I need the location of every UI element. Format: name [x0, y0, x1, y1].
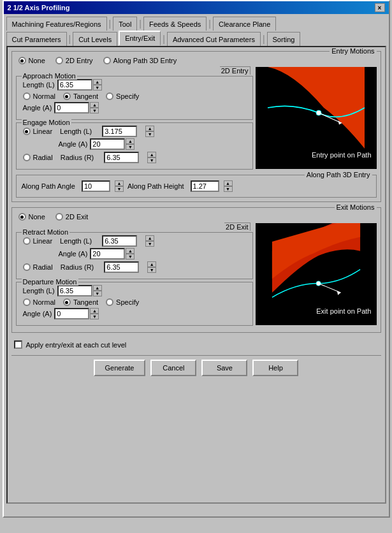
- along-path-height-up[interactable]: ▲: [224, 180, 233, 186]
- retract-angle-input[interactable]: [90, 248, 125, 259]
- engage-length-spinner[interactable]: ▲ ▼: [145, 126, 154, 137]
- retract-angle-down[interactable]: ▼: [126, 254, 134, 259]
- entry-2d-radio-btn[interactable]: [55, 57, 63, 64]
- departure-angle-spinner[interactable]: ▲ ▼: [90, 308, 99, 319]
- departure-angle-down[interactable]: ▼: [90, 314, 99, 319]
- tab-clearance-plane[interactable]: Clearance Plane: [213, 17, 276, 31]
- retract-length-up[interactable]: ▲: [145, 235, 154, 241]
- along-path-angle-input[interactable]: [82, 180, 110, 192]
- departure-length-up[interactable]: ▲: [93, 285, 102, 291]
- departure-length-down[interactable]: ▼: [93, 291, 102, 296]
- exit-none-radio[interactable]: None: [18, 213, 45, 221]
- approach-angle-spinner[interactable]: ▲ ▼: [90, 102, 99, 113]
- departure-specify-btn[interactable]: [106, 298, 113, 306]
- departure-angle-input[interactable]: [54, 308, 89, 319]
- apply-checkbox-label: Apply entry/exit at each cut level: [26, 341, 127, 349]
- along-path-height-down[interactable]: ▼: [224, 186, 233, 192]
- departure-angle-up[interactable]: ▲: [90, 308, 99, 314]
- approach-normal-radio[interactable]: Normal: [23, 92, 55, 100]
- approach-specify-btn[interactable]: [106, 92, 113, 100]
- engage-linear-radio[interactable]: Linear: [23, 128, 53, 135]
- approach-angle-up[interactable]: ▲: [90, 102, 99, 108]
- exit-none-radio-btn[interactable]: [18, 213, 26, 221]
- retract-radius-input[interactable]: [104, 261, 139, 273]
- approach-tangent-btn[interactable]: [63, 92, 71, 100]
- departure-normal-radio[interactable]: Normal: [23, 298, 55, 306]
- retract-angle-up[interactable]: ▲: [126, 248, 134, 254]
- generate-button[interactable]: Generate: [94, 360, 146, 376]
- retract-radius-spinner[interactable]: ▲ ▼: [147, 261, 156, 273]
- departure-normal-btn[interactable]: [23, 298, 31, 306]
- along-path-angle-up[interactable]: ▲: [115, 180, 124, 186]
- retract-radial-radio[interactable]: Radial: [23, 263, 53, 271]
- tab-sorting[interactable]: Sorting: [267, 32, 301, 46]
- engage-radius-up[interactable]: ▲: [147, 152, 156, 157]
- exit-2d-radio-btn[interactable]: [55, 213, 63, 221]
- departure-tangent-radio[interactable]: Tangent: [63, 298, 98, 306]
- approach-length-spinner[interactable]: ▲ ▼: [93, 79, 102, 91]
- retract-length-down[interactable]: ▼: [145, 241, 154, 247]
- approach-length-input[interactable]: [57, 79, 92, 91]
- along-path-height-input[interactable]: [191, 180, 219, 192]
- approach-length-down[interactable]: ▼: [93, 85, 102, 91]
- along-path-height-spinner[interactable]: ▲ ▼: [224, 180, 233, 192]
- engage-angle-input[interactable]: [90, 138, 125, 150]
- engage-linear-btn[interactable]: [23, 128, 31, 135]
- tab-entry-exit[interactable]: Entry/Exit: [119, 31, 161, 46]
- along-path-angle-down[interactable]: ▼: [115, 186, 124, 192]
- retract-radius-down[interactable]: ▼: [147, 267, 156, 273]
- cancel-button[interactable]: Cancel: [150, 360, 196, 376]
- retract-radial-btn[interactable]: [23, 263, 31, 271]
- retract-length-spinner[interactable]: ▲ ▼: [145, 235, 154, 247]
- engage-motion-label: Engage Motion: [22, 119, 71, 126]
- approach-length-up[interactable]: ▲: [93, 79, 102, 85]
- engage-radius-input[interactable]: [104, 152, 139, 163]
- tab-cut-levels[interactable]: Cut Levels: [73, 32, 117, 46]
- approach-angle-down[interactable]: ▼: [90, 108, 99, 113]
- retract-radius-up[interactable]: ▲: [147, 261, 156, 267]
- entry-none-radio[interactable]: None: [18, 57, 45, 64]
- approach-angle-input[interactable]: [54, 102, 89, 113]
- entry-2d-radio[interactable]: 2D Entry: [55, 57, 93, 64]
- tab-feeds-speeds[interactable]: Feeds & Speeds: [143, 17, 207, 31]
- apply-checkbox[interactable]: [14, 340, 22, 349]
- departure-tangent-btn[interactable]: [63, 298, 71, 306]
- departure-length-spinner[interactable]: ▲ ▼: [93, 285, 102, 296]
- retract-angle-spinner[interactable]: ▲ ▼: [126, 248, 134, 259]
- engage-angle-spinner[interactable]: ▲ ▼: [126, 138, 134, 150]
- engage-length-input[interactable]: [102, 126, 137, 137]
- engage-radial-row: Radial Radius (R) ▲ ▼: [20, 152, 249, 163]
- retract-linear-radio[interactable]: Linear: [23, 237, 53, 245]
- approach-tangent-radio[interactable]: Tangent: [63, 92, 98, 100]
- departure-motion-box: Departure Motion Length (L) ▲ ▼: [16, 282, 253, 326]
- departure-length-input[interactable]: [57, 285, 92, 296]
- entry-2d-section-label: 2D Entry: [220, 66, 250, 75]
- tab-tool[interactable]: Tool: [113, 17, 137, 31]
- entry-along-radio[interactable]: Along Path 3D Entry: [103, 57, 177, 64]
- retract-linear-btn[interactable]: [23, 237, 31, 245]
- engage-motion-box: Engage Motion Linear Length (L) ▲ ▼: [16, 122, 253, 170]
- entry-none-radio-btn[interactable]: [18, 57, 26, 64]
- close-button[interactable]: ×: [375, 3, 385, 12]
- tab-advanced-cut[interactable]: Advanced Cut Parameters: [167, 32, 261, 46]
- engage-radius-spinner[interactable]: ▲ ▼: [147, 152, 156, 163]
- approach-normal-btn[interactable]: [23, 92, 31, 100]
- tab-machining-features[interactable]: Machining Features/Regions: [6, 17, 107, 31]
- engage-radial-btn[interactable]: [23, 154, 31, 161]
- save-button[interactable]: Save: [201, 360, 247, 376]
- departure-angle-row: Angle (A) ▲ ▼: [20, 308, 249, 319]
- engage-angle-down[interactable]: ▼: [126, 144, 134, 150]
- engage-angle-up[interactable]: ▲: [126, 138, 134, 144]
- retract-length-input[interactable]: [102, 235, 137, 247]
- approach-specify-radio[interactable]: Specify: [106, 92, 139, 100]
- engage-radial-radio[interactable]: Radial: [23, 154, 53, 161]
- entry-along-radio-btn[interactable]: [103, 57, 111, 64]
- along-path-angle-spinner[interactable]: ▲ ▼: [115, 180, 124, 192]
- tab-cut-parameters[interactable]: Cut Parameters: [6, 32, 67, 46]
- engage-radius-down[interactable]: ▼: [147, 157, 156, 163]
- departure-specify-radio[interactable]: Specify: [106, 298, 139, 306]
- help-button[interactable]: Help: [252, 360, 298, 376]
- exit-2d-radio[interactable]: 2D Exit: [55, 213, 88, 221]
- engage-length-down[interactable]: ▼: [145, 131, 154, 137]
- engage-length-up[interactable]: ▲: [145, 126, 154, 131]
